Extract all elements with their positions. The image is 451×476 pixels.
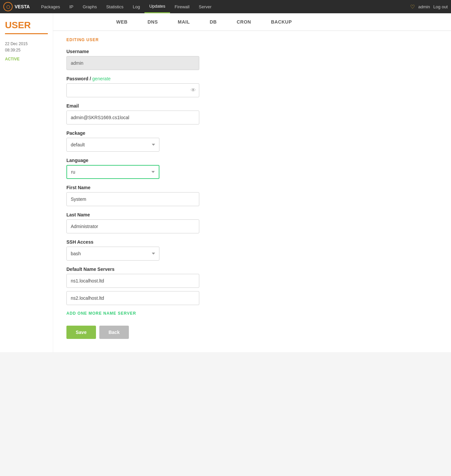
username-group: Username: [66, 49, 438, 70]
nav-updates[interactable]: Updates: [144, 0, 170, 13]
firstname-label: First Name: [66, 185, 438, 190]
sub-nav: WEB DNS MAIL DB CRON BACKUP: [53, 13, 451, 31]
tab-web[interactable]: WEB: [106, 13, 137, 31]
tab-mail[interactable]: MAIL: [168, 13, 200, 31]
password-label: Password / generate: [66, 76, 438, 81]
email-input[interactable]: [66, 111, 199, 124]
top-section: USER 22 Dec 2015 08:39:25 ACTIVE WEB DNS…: [0, 13, 451, 352]
nameserver1-group: [66, 274, 438, 288]
tab-dns[interactable]: DNS: [137, 13, 168, 31]
status-badge: ACTIVE: [5, 57, 48, 61]
time: 08:39:25: [5, 48, 21, 52]
nav-server[interactable]: Server: [194, 0, 216, 13]
nav-links: Packages IP Graphs Statistics Log Update…: [37, 0, 410, 13]
package-group: Package default: [66, 130, 438, 152]
password-wrapper: 👁: [66, 83, 199, 97]
lastname-input[interactable]: [66, 219, 199, 233]
nameserver2-input[interactable]: [66, 291, 199, 305]
package-select[interactable]: default: [66, 138, 159, 152]
ssh-label: SSH Access: [66, 239, 438, 245]
password-group: Password / generate 👁: [66, 76, 438, 97]
main-content: EDITING USER Username Password / generat…: [53, 31, 451, 352]
nav-packages[interactable]: Packages: [37, 0, 65, 13]
nameservers-label: Default Name Servers: [66, 267, 438, 272]
nav-log[interactable]: Log: [128, 0, 145, 13]
generate-link[interactable]: generate: [92, 76, 111, 81]
lastname-group: Last Name: [66, 212, 438, 233]
firstname-group: First Name: [66, 185, 438, 206]
username-label: Username: [66, 49, 438, 54]
back-button[interactable]: Back: [99, 326, 129, 339]
add-nameserver-button[interactable]: ADD ONE MORE NAME SERVER: [66, 311, 136, 316]
firstname-input[interactable]: [66, 192, 199, 206]
user-title: USER: [5, 20, 48, 34]
language-select[interactable]: ru en: [66, 165, 159, 179]
tab-backup[interactable]: BACKUP: [261, 13, 302, 31]
logo[interactable]: ◯ VESTA: [3, 2, 30, 11]
nameserver2-group: [66, 291, 438, 305]
top-nav: ◯ VESTA Packages IP Graphs Statistics Lo…: [0, 0, 451, 13]
sidebar: USER 22 Dec 2015 08:39:25 ACTIVE: [0, 13, 53, 352]
logo-icon: ◯: [3, 2, 13, 11]
nameserver1-input[interactable]: [66, 274, 199, 288]
ssh-group: SSH Access bash nologin rssh: [66, 239, 438, 261]
lastname-label: Last Name: [66, 212, 438, 217]
nav-firewall[interactable]: Firewall: [170, 0, 194, 13]
language-label: Language: [66, 158, 438, 163]
save-button[interactable]: Save: [66, 326, 96, 339]
email-group: Email: [66, 103, 438, 124]
package-label: Package: [66, 130, 438, 136]
admin-label: admin: [418, 4, 430, 9]
logout-button[interactable]: Log out: [433, 4, 448, 9]
tab-db[interactable]: DB: [200, 13, 226, 31]
username-input[interactable]: [66, 56, 199, 70]
section-label: EDITING USER: [66, 38, 438, 42]
nav-graphs[interactable]: Graphs: [78, 0, 102, 13]
nav-ip[interactable]: IP: [65, 0, 78, 13]
bell-icon[interactable]: ♡: [410, 4, 415, 10]
date-info: 22 Dec 2015 08:39:25: [5, 41, 48, 53]
password-input[interactable]: [66, 83, 199, 97]
ssh-select[interactable]: bash nologin rssh: [66, 247, 159, 261]
email-label: Email: [66, 103, 438, 109]
tab-cron[interactable]: CRON: [227, 13, 261, 31]
nameservers-group: Default Name Servers ADD ONE MORE NAME S…: [66, 267, 438, 316]
language-group: Language ru en: [66, 158, 438, 179]
nav-statistics[interactable]: Statistics: [102, 0, 128, 13]
nav-right: ♡ admin Log out: [410, 4, 448, 10]
eye-icon[interactable]: 👁: [191, 87, 196, 93]
logo-text: VESTA: [15, 4, 30, 9]
date: 22 Dec 2015: [5, 41, 28, 46]
form-actions: Save Back: [66, 326, 438, 339]
